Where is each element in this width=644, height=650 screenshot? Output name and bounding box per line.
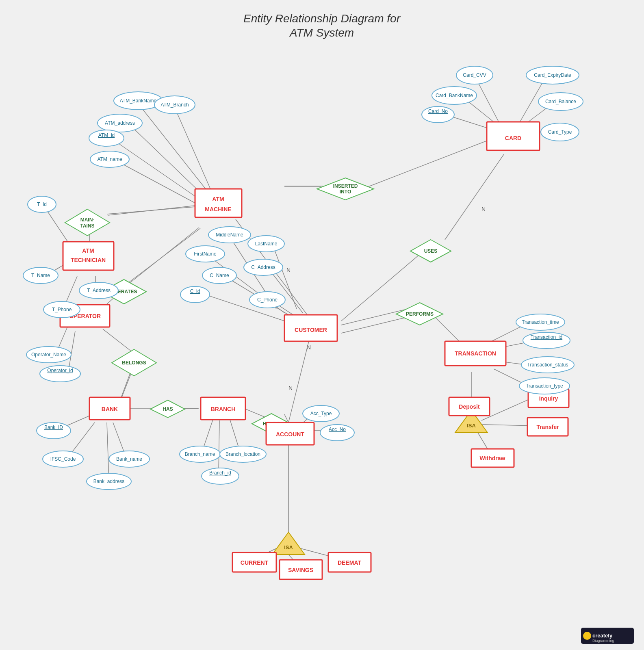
svg-marker-18 <box>272 532 305 555</box>
label-n-cust-account: N <box>288 385 293 391</box>
svg-text:C_Phone: C_Phone <box>257 297 278 303</box>
svg-text:Card_No: Card_No <box>428 108 448 114</box>
entity-withdraw: Withdraw <box>471 449 514 467</box>
svg-text:T_Name: T_Name <box>31 273 50 278</box>
svg-text:Operator_Name: Operator_Name <box>31 352 66 358</box>
attr-c-address: C_Address <box>244 259 283 275</box>
attr-t-id: T_Id <box>28 196 56 212</box>
diagram-container: Entity Relationship Diagram for ATM Syst… <box>0 0 644 650</box>
entity-card: CARD <box>487 122 540 150</box>
entity-deemat: DEEMAT <box>328 552 371 572</box>
attr-branch-name: Branch_name <box>180 446 220 462</box>
line-atmname-atm <box>116 160 199 205</box>
attr-c-phone: C_Phone <box>249 292 285 308</box>
svg-text:BANK: BANK <box>102 406 118 412</box>
relationship-inserted-into: INSERTED INTO <box>317 178 374 200</box>
line-atmid-atm <box>114 140 199 199</box>
svg-text:ATM: ATM <box>212 196 224 202</box>
svg-text:Withdraw: Withdraw <box>480 455 505 462</box>
svg-text:ATM_BankName: ATM_BankName <box>120 98 157 104</box>
line-customer-performs2 <box>341 317 408 333</box>
svg-text:Branch_location: Branch_location <box>226 451 260 457</box>
svg-text:CUSTOMER: CUSTOMER <box>295 327 327 333</box>
svg-text:ACCOUNT: ACCOUNT <box>276 431 304 438</box>
entity-branch: BRANCH <box>201 397 245 420</box>
svg-text:CARD: CARD <box>505 135 521 141</box>
erd-diagram: Entity Relationship Diagram for ATM Syst… <box>0 0 644 650</box>
entity-atm-technician: ATM TECHNICIAN <box>63 242 114 270</box>
isa-account: ISA <box>272 532 305 555</box>
svg-text:USES: USES <box>424 248 438 254</box>
attr-transaction-id: Transaction_id <box>523 332 570 349</box>
svg-text:Transaction_type: Transaction_type <box>526 383 563 389</box>
svg-text:LastName: LastName <box>255 241 278 247</box>
attr-c-id: C_id <box>180 286 210 303</box>
svg-text:Branch_name: Branch_name <box>185 451 215 457</box>
svg-text:Transaction_id: Transaction_id <box>531 334 562 340</box>
svg-text:IFSC_Code: IFSC_Code <box>50 456 76 462</box>
entity-account: ACCOUNT <box>266 422 314 445</box>
svg-text:SAVINGS: SAVINGS <box>288 567 313 573</box>
svg-text:Bank_ID: Bank_ID <box>44 425 63 430</box>
line-insertedinto-card <box>368 138 494 187</box>
line-transtime-trans <box>488 325 524 343</box>
svg-text:ISA: ISA <box>467 422 476 429</box>
svg-text:TRANSACTION: TRANSACTION <box>455 350 496 357</box>
entity-atm-machine: ATM MACHINE <box>195 189 242 217</box>
attr-t-address: T_Address <box>79 282 118 299</box>
attr-bank-name: Bank_name <box>109 451 150 467</box>
attr-c-name: C_Name <box>202 267 236 284</box>
label-n-atm-customer: N <box>286 267 291 273</box>
attr-atm-name: ATM_name <box>90 151 129 167</box>
label-n-uses-card: N <box>481 206 486 212</box>
line-maintains-atm-dbl <box>107 206 200 214</box>
attr-bank-id: Bank_ID <box>37 422 71 439</box>
attr-card-bankname: Card_BankName <box>432 87 477 104</box>
attr-operator-id: Operator_id <box>40 366 80 382</box>
attr-t-name: T_Name <box>23 267 58 284</box>
entity-customer: CUSTOMER <box>284 315 337 341</box>
svg-rect-25 <box>63 242 114 270</box>
svg-text:BELONGS: BELONGS <box>122 360 146 366</box>
relationship-performs: PERFORMS <box>396 303 443 325</box>
line-belongs-operator <box>103 329 134 353</box>
svg-text:Card_CVV: Card_CVV <box>463 72 486 78</box>
attr-lastname: LastName <box>248 236 284 252</box>
svg-text:INTO: INTO <box>340 189 351 195</box>
svg-text:Deposit: Deposit <box>459 403 480 410</box>
svg-text:Bank_name: Bank_name <box>116 456 142 462</box>
svg-text:C_id: C_id <box>190 288 200 294</box>
svg-text:ATM_id: ATM_id <box>98 132 115 138</box>
relationship-belongs: BELONGS <box>112 349 156 376</box>
line-atmbranch-atm <box>175 108 211 191</box>
attr-card-expirydate: Card_ExpiryDate <box>526 66 579 84</box>
svg-text:Acc_Type: Acc_Type <box>310 411 332 416</box>
svg-text:MACHINE: MACHINE <box>205 206 231 212</box>
entity-bank: BANK <box>89 397 130 420</box>
attr-branch-location: Branch_location <box>220 446 266 462</box>
line-bankaddr-bank <box>107 422 109 479</box>
entity-current: CURRENT <box>232 552 276 572</box>
title-line2: ATM System <box>289 26 354 39</box>
svg-text:Acc_No: Acc_No <box>329 427 346 432</box>
svg-text:Transfer: Transfer <box>536 424 559 430</box>
svg-text:T_Address: T_Address <box>87 288 111 293</box>
attr-transaction-time: Transaction_time <box>516 314 565 330</box>
line-uses-card <box>445 154 504 240</box>
attr-transaction-status: Transaction_status <box>521 357 574 373</box>
line-atmaddress-atm <box>130 125 207 199</box>
svg-text:MiddleName: MiddleName <box>216 232 243 238</box>
svg-text:ATM_Branch: ATM_Branch <box>160 102 189 108</box>
svg-text:Card_Balance: Card_Balance <box>545 99 576 104</box>
relationship-has: HAS <box>150 400 185 418</box>
svg-text:Operator_id: Operator_id <box>47 368 73 373</box>
branding-label: creately <box>592 633 613 639</box>
relationship-maintains: MAIN- TAINS <box>65 209 110 236</box>
relationship-uses: USES <box>410 240 451 262</box>
attr-firstname: FirstName <box>186 246 225 262</box>
svg-text:BRANCH: BRANCH <box>211 406 236 412</box>
entity-deposit: Deposit <box>449 397 490 416</box>
svg-text:C_Address: C_Address <box>251 264 275 270</box>
attr-card-type: Card_Type <box>541 123 579 141</box>
svg-text:INSERTED: INSERTED <box>333 183 358 189</box>
